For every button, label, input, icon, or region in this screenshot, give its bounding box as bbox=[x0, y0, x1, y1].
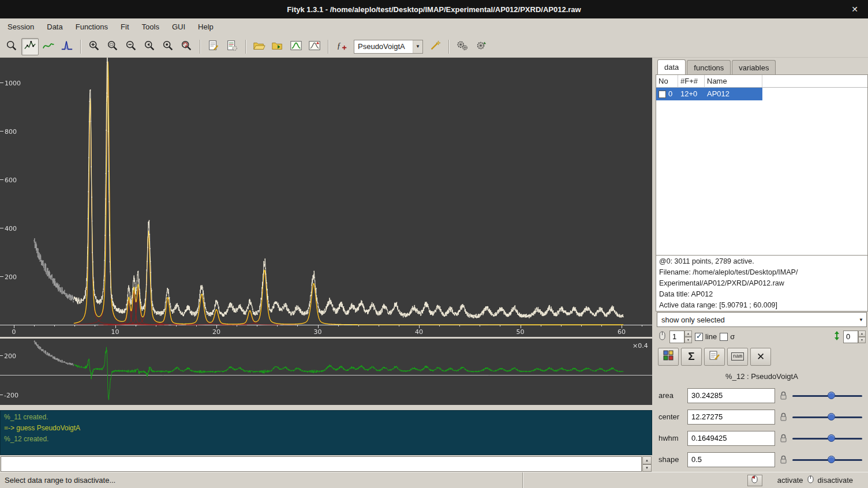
tab-variables[interactable]: variables bbox=[732, 60, 776, 74]
sigma-checkbox[interactable]: σ bbox=[720, 332, 735, 341]
point-size-spinner[interactable]: ▲▼ bbox=[669, 331, 692, 343]
param-area-slider[interactable] bbox=[791, 390, 863, 401]
edit-params-button[interactable] bbox=[704, 348, 725, 366]
spin-up-icon[interactable]: ▲ bbox=[684, 331, 692, 337]
spin-up-icon[interactable]: ▲ bbox=[858, 331, 866, 337]
console-line: %_11 created. bbox=[4, 412, 648, 423]
tab-data[interactable]: data bbox=[657, 59, 686, 74]
command-input[interactable] bbox=[1, 456, 642, 472]
menu-help[interactable]: Help bbox=[192, 18, 220, 36]
param-center-slider[interactable] bbox=[791, 411, 863, 423]
spin-down-icon[interactable]: ▼ bbox=[642, 464, 652, 472]
checkbox-box[interactable] bbox=[695, 333, 703, 341]
zoom-fit-button[interactable] bbox=[159, 38, 177, 55]
data-range-mode-button[interactable] bbox=[21, 38, 39, 55]
lock-icon[interactable] bbox=[779, 391, 788, 400]
mouse-hint-button[interactable] bbox=[747, 475, 762, 486]
menu-fit[interactable]: Fit bbox=[114, 18, 135, 36]
menu-tools[interactable]: Tools bbox=[136, 18, 166, 36]
fit-undo-button[interactable] bbox=[472, 38, 489, 55]
data-shift-spinner[interactable]: ▲▼ bbox=[843, 331, 866, 343]
table-pencil-icon bbox=[709, 350, 720, 364]
define-function-button[interactable]: ƒ bbox=[333, 38, 350, 55]
dataset-checkbox[interactable] bbox=[659, 91, 666, 98]
spin-up-icon[interactable]: ▲ bbox=[642, 456, 652, 464]
status-bar: Select data range to disactivate... acti… bbox=[0, 472, 868, 488]
add-peak-mode-button[interactable] bbox=[58, 38, 76, 55]
lock-icon[interactable] bbox=[779, 434, 788, 443]
col-header-name[interactable]: Name bbox=[705, 75, 762, 88]
show-filter-value: show only selected bbox=[657, 316, 856, 324]
execute-script-button[interactable] bbox=[269, 38, 286, 55]
open-session-button[interactable] bbox=[250, 38, 268, 55]
spin-down-icon[interactable]: ▼ bbox=[858, 337, 866, 343]
zoom-back-button[interactable] bbox=[141, 38, 158, 55]
menu-gui[interactable]: GUI bbox=[166, 18, 192, 36]
auto-add-guess-button[interactable] bbox=[426, 38, 444, 55]
slider-thumb[interactable] bbox=[828, 392, 835, 399]
command-input-row: ▲ ▼ bbox=[0, 456, 652, 472]
lock-icon[interactable] bbox=[779, 455, 788, 464]
slider-thumb[interactable] bbox=[828, 434, 835, 442]
dataset-colors-button[interactable] bbox=[658, 348, 679, 366]
param-row-hwhm: hwhm bbox=[656, 427, 868, 449]
select-normal-mode-button[interactable] bbox=[3, 38, 20, 55]
window-title: Fityk 1.3.1 - /home/aleplo/test/Desktop/… bbox=[0, 5, 868, 14]
line-checkbox-label: line bbox=[705, 332, 717, 341]
zoom-region-button[interactable] bbox=[104, 38, 121, 55]
param-row-shape: shape bbox=[656, 449, 868, 470]
export-image-button[interactable] bbox=[306, 38, 323, 55]
peak-type-dropdown[interactable]: PseudoVoigtA ▼ bbox=[354, 40, 423, 54]
info-line: Data title: AP012 bbox=[659, 289, 865, 300]
editor-button[interactable] bbox=[223, 38, 241, 55]
zoom-reset-button[interactable] bbox=[178, 38, 195, 55]
param-hwhm-input[interactable] bbox=[687, 431, 775, 446]
col-header-no[interactable]: No bbox=[656, 75, 678, 88]
col-header-functions[interactable]: #F+# bbox=[678, 75, 705, 88]
slider-thumb[interactable] bbox=[828, 413, 835, 421]
line-checkbox[interactable]: line bbox=[695, 332, 717, 341]
zoom-out-button[interactable] bbox=[122, 38, 140, 55]
point-size-value[interactable] bbox=[669, 331, 684, 343]
main-toolbar: ƒ PseudoVoigtA ▼ bbox=[0, 36, 868, 58]
main-plot-area[interactable] bbox=[0, 58, 652, 337]
param-shape-input[interactable] bbox=[687, 452, 775, 467]
menu-functions[interactable]: Functions bbox=[69, 18, 114, 36]
aux-plot-canvas[interactable] bbox=[0, 339, 652, 405]
menu-data[interactable]: Data bbox=[40, 18, 69, 36]
menu-session[interactable]: Session bbox=[1, 18, 40, 36]
sigma-checkbox-label: σ bbox=[730, 332, 735, 341]
data-shift-value[interactable] bbox=[843, 331, 858, 343]
save-session-button[interactable] bbox=[287, 38, 305, 55]
main-plot-canvas[interactable] bbox=[0, 58, 652, 337]
info-line: Experimental/AP012/PXRD/AP012.raw bbox=[659, 278, 865, 289]
sidebar-tabs: data functions variables bbox=[656, 58, 868, 74]
zoom-in-icon bbox=[88, 39, 100, 54]
param-area-input[interactable] bbox=[687, 388, 775, 403]
lock-icon[interactable] bbox=[779, 412, 788, 422]
show-filter-dropdown[interactable]: show only selected ▼ bbox=[657, 312, 867, 327]
name-functions-button[interactable]: nam bbox=[727, 348, 748, 366]
fit-run-button[interactable] bbox=[454, 38, 471, 55]
log-button[interactable] bbox=[205, 38, 222, 55]
spin-down-icon[interactable]: ▼ bbox=[684, 337, 692, 343]
zoom-reset-icon bbox=[180, 39, 193, 54]
toolbar-separator bbox=[448, 40, 449, 54]
input-history-spinner[interactable]: ▲ ▼ bbox=[642, 456, 652, 472]
table-row[interactable]: 012+0AP012 bbox=[656, 88, 867, 100]
console-log: %_11 created.=-> guess PseudoVoigtA%_12 … bbox=[0, 410, 652, 455]
param-center-input[interactable] bbox=[687, 410, 775, 425]
checkbox-box[interactable] bbox=[720, 333, 728, 341]
param-shape-slider[interactable] bbox=[791, 454, 863, 466]
tab-functions[interactable]: functions bbox=[687, 60, 731, 74]
shift-updown-icon bbox=[833, 331, 840, 343]
close-icon[interactable]: ✕ bbox=[850, 4, 860, 14]
aux-plot-area[interactable] bbox=[0, 337, 652, 405]
zoom-in-button[interactable] bbox=[85, 38, 103, 55]
delete-button[interactable]: ✕ bbox=[750, 348, 771, 366]
baseline-mode-button[interactable] bbox=[40, 38, 57, 55]
param-hwhm-slider[interactable] bbox=[791, 433, 863, 444]
slider-thumb[interactable] bbox=[828, 456, 835, 463]
color-grid-icon bbox=[663, 350, 674, 364]
sum-button[interactable]: Σ bbox=[681, 348, 702, 366]
